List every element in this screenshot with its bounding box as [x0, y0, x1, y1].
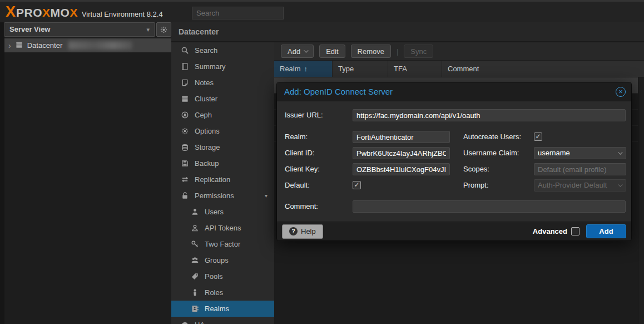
view-selector[interactable]: Server View ▾ — [4, 22, 155, 37]
dialog-title: Add: OpenID Connect Server — [277, 82, 631, 101]
collapse-arrow-icon[interactable]: ▾ — [265, 193, 267, 199]
nav-item-label: Ceph — [195, 111, 212, 119]
nav-item-permissions[interactable]: Permissions▾ — [171, 188, 274, 204]
realms-table-header: Realm↑TypeTFAComment — [274, 61, 644, 77]
nav-item-label: Pools — [205, 272, 223, 281]
nav-item-label: Realms — [205, 305, 229, 313]
help-button[interactable]: ? Help — [282, 224, 323, 239]
column-header-type[interactable]: Type — [333, 61, 388, 77]
sync-button: Sync — [404, 45, 433, 58]
nav-item-roles[interactable]: Roles — [171, 284, 274, 301]
sort-asc-icon: ↑ — [304, 65, 308, 73]
username-claim-value: username — [538, 148, 622, 159]
tree-settings-button[interactable] — [156, 22, 171, 37]
column-label: TFA — [394, 65, 407, 73]
column-header-tfa[interactable]: TFA — [388, 61, 442, 77]
column-label: Realm — [280, 65, 301, 73]
comment-input[interactable] — [353, 200, 626, 213]
nav-item-label: Options — [195, 127, 220, 135]
nav-item-realms[interactable]: Realms — [171, 301, 274, 317]
submit-add-button[interactable]: Add — [586, 224, 626, 238]
add-openid-dialog: Add: OpenID Connect Server × Issuer URL:… — [277, 82, 631, 240]
version-label: Virtual Environment 8.2.4 — [82, 10, 163, 18]
close-icon[interactable]: × — [616, 87, 626, 97]
nav-item-options[interactable]: Options — [171, 123, 274, 139]
nav-item-label: Summary — [195, 62, 226, 71]
add-button[interactable]: Add — [281, 45, 314, 58]
remove-button[interactable]: Remove — [351, 45, 391, 58]
autocreate-users-checkbox[interactable]: ✓ — [534, 132, 542, 141]
question-icon: ? — [289, 227, 298, 235]
scopes-input[interactable] — [534, 163, 626, 175]
sync-button-label: Sync — [410, 47, 427, 56]
summary-icon — [181, 62, 189, 71]
resource-tree-panel: Server View ▾ › Datacenter — [4, 22, 171, 324]
client-id-input[interactable] — [353, 147, 450, 159]
help-button-label: Help — [301, 227, 316, 235]
nav-item-label: API Tokens — [205, 224, 241, 232]
redacted-hostname — [68, 41, 132, 50]
search-icon — [181, 46, 189, 55]
nav-item-replication[interactable]: Replication — [171, 171, 274, 188]
nav-item-label: Search — [195, 46, 217, 55]
scrollbar[interactable] — [638, 77, 644, 324]
realm-label: Realm: — [285, 131, 308, 143]
add-button-label: Add — [288, 47, 300, 56]
prompt-dropdown: Auth-Provider Default — [534, 179, 626, 192]
ceph-icon — [181, 111, 189, 119]
scopes-label: Scopes: — [463, 163, 489, 175]
nav-item-two-factor[interactable]: Two Factor — [171, 236, 274, 252]
nav-item-backup[interactable]: Backup — [171, 155, 274, 171]
default-checkbox[interactable]: ✓ — [353, 181, 361, 189]
nav-item-search[interactable]: Search — [171, 42, 274, 58]
nav-item-notes[interactable]: Notes — [171, 75, 274, 91]
tree-item-datacenter[interactable]: › Datacenter — [4, 38, 171, 52]
nav-item-ha[interactable]: HA▾ — [171, 317, 274, 324]
content-header: Datacenter — [171, 22, 644, 42]
nav-item-storage[interactable]: Storage — [171, 139, 274, 155]
backup-icon — [181, 159, 189, 168]
expander-icon[interactable]: › — [8, 41, 11, 50]
nav-item-pools[interactable]: Pools — [171, 268, 274, 284]
gear-icon — [181, 127, 189, 135]
key-icon — [191, 240, 199, 248]
nav-item-users[interactable]: Users — [171, 204, 274, 220]
collapse-arrow-icon[interactable]: ▾ — [265, 322, 267, 324]
dialog-body: Issuer URL: Realm: Autocreate Users: ✓ C… — [277, 101, 631, 222]
dialog-titlebar[interactable]: Add: OpenID Connect Server × — [277, 82, 631, 101]
prompt-value: Auth-Provider Default — [538, 180, 622, 191]
pools-icon — [191, 272, 199, 281]
nav-item-label: Backup — [195, 159, 219, 168]
edit-button[interactable]: Edit — [319, 45, 345, 58]
issuer-url-label: Issuer URL: — [285, 109, 323, 121]
submit-add-label: Add — [599, 227, 613, 235]
tree-item-label: Datacenter — [27, 41, 63, 50]
nav-item-label: Permissions — [195, 192, 234, 200]
toolbar-separator: | — [397, 47, 398, 56]
nav-item-label: Groups — [205, 256, 229, 264]
username-claim-dropdown[interactable]: username — [534, 147, 626, 159]
global-search-input[interactable] — [192, 7, 284, 19]
chevron-down-icon — [304, 48, 308, 52]
realm-input[interactable] — [353, 131, 450, 143]
nav-item-api-tokens[interactable]: API Tokens — [171, 220, 274, 236]
issuer-url-input[interactable] — [353, 109, 626, 121]
replication-icon — [181, 175, 189, 184]
nav-item-groups[interactable]: Groups — [171, 252, 274, 268]
cluster-icon — [181, 95, 189, 103]
nav-item-ceph[interactable]: Ceph — [171, 107, 274, 123]
nav-item-cluster[interactable]: Cluster — [171, 91, 274, 107]
proxmox-wordmark: PROXMOX — [16, 6, 78, 19]
user-icon — [191, 208, 199, 216]
client-key-label: Client Key: — [285, 163, 320, 175]
comment-label: Comment: — [285, 200, 318, 213]
client-key-input[interactable] — [353, 163, 450, 175]
advanced-checkbox[interactable] — [571, 227, 579, 235]
dialog-footer: ? Help Advanced Add — [277, 222, 631, 240]
column-header-comment[interactable]: Comment — [442, 61, 644, 77]
groups-icon — [191, 256, 199, 264]
nav-item-summary[interactable]: Summary — [171, 58, 274, 75]
cluster-icon — [15, 41, 23, 49]
storage-icon — [181, 143, 189, 151]
column-header-realm[interactable]: Realm↑ — [274, 61, 333, 77]
